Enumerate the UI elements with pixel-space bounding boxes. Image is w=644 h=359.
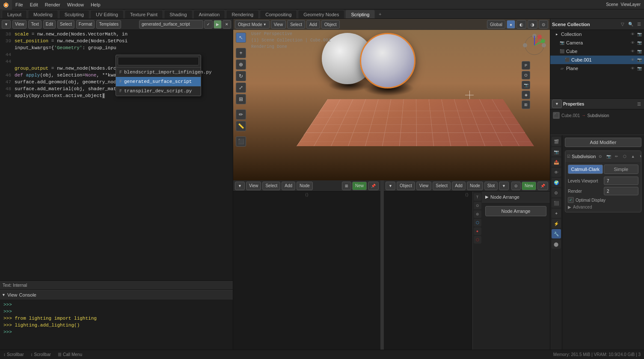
mod-cage-icon[interactable]: ⬡: [621, 153, 628, 160]
tree-item-plane[interactable]: ▱ Plane 👁 📷: [550, 64, 644, 73]
arrange-button[interactable]: Node Arrange: [485, 206, 546, 216]
expand-arrow-right[interactable]: ⟨⟩: [465, 192, 469, 197]
te-templates-btn[interactable]: Templates: [96, 20, 121, 29]
tool-icon-0[interactable]: T: [474, 193, 481, 201]
simple-tab[interactable]: Simple: [604, 165, 639, 174]
tool-select[interactable]: ↖: [236, 32, 246, 43]
tab-scripting[interactable]: Scripting: [345, 10, 375, 18]
node-select-btn-left[interactable]: Select: [262, 182, 280, 190]
add-workspace-tab[interactable]: +: [376, 10, 384, 18]
props-tab-world[interactable]: ⚙: [552, 188, 561, 197]
tool-cursor[interactable]: +: [236, 48, 246, 58]
vis-icon-cube[interactable]: 👁: [629, 48, 635, 54]
3d-scene[interactable]: User Perspective (1) Scene Collection | …: [233, 19, 550, 180]
file-dropdown-btn[interactable]: generated_surface_script: [139, 20, 203, 29]
props-tab-scene-props[interactable]: 🌍: [552, 178, 561, 187]
node-pin-btn-left[interactable]: 📌: [368, 182, 379, 190]
local-view-btn[interactable]: ⊞: [522, 100, 530, 109]
props-tab-material[interactable]: ⬤: [552, 239, 561, 249]
props-tab-scene[interactable]: 🎬: [552, 137, 561, 146]
dropdown-item-0[interactable]: F blendscript_import_infinigen.py: [116, 68, 201, 77]
props-tab-object[interactable]: ⬛: [552, 198, 561, 208]
node-add-new-btn-left[interactable]: New: [352, 182, 367, 190]
vp-object-btn[interactable]: Object: [321, 20, 340, 29]
render-icon-cube[interactable]: 📷: [636, 48, 642, 54]
node-shading-btn[interactable]: ⊙: [511, 182, 521, 190]
tab-modeling[interactable]: Modeling: [28, 10, 58, 18]
console-console-btn[interactable]: Console: [19, 292, 36, 297]
te-text-btn[interactable]: Text: [28, 20, 41, 29]
tool-move[interactable]: ⊕: [236, 59, 246, 70]
menu-window[interactable]: Window: [64, 0, 87, 9]
props-tab-particles[interactable]: ✦: [552, 209, 561, 218]
optimal-display-checkbox[interactable]: ✓: [568, 197, 574, 203]
node-select-btn-right[interactable]: Select: [433, 182, 451, 190]
advanced-section[interactable]: ▶ Advanced: [568, 205, 638, 209]
expand-arrow-left[interactable]: ⟨⟩: [305, 192, 309, 197]
node-expand-mode-btn[interactable]: ⊞: [342, 182, 351, 190]
vp-shading-solid[interactable]: ●: [507, 20, 515, 29]
tab-rendering[interactable]: Rendering: [226, 10, 259, 18]
tool-icon-2[interactable]: ⊛: [474, 210, 481, 218]
te-expand-btn[interactable]: ▼: [2, 20, 11, 29]
props-tab-view[interactable]: 👁: [552, 168, 561, 177]
vp-mode-btn[interactable]: Object Mode ▼: [235, 20, 270, 29]
te-close-btn[interactable]: ✕: [223, 20, 231, 29]
console-view-btn[interactable]: View: [7, 292, 18, 297]
render-icon-cube001[interactable]: 📷: [636, 57, 642, 63]
node-arrange-header[interactable]: ▶ Node Arrange: [482, 191, 550, 203]
tab-sculpting[interactable]: Sculpting: [59, 10, 89, 18]
tree-item-cube001[interactable]: ⬛ Cube.001 👁 📷: [550, 56, 644, 64]
gizmo-widget[interactable]: [522, 32, 547, 58]
node-view-btn-left[interactable]: View: [246, 182, 261, 190]
console-expand-btn[interactable]: ▼: [2, 293, 6, 297]
render-icon-camera[interactable]: 📷: [636, 40, 642, 46]
node-view-btn-right[interactable]: View: [416, 182, 432, 190]
modifier-block-header[interactable]: ☑ Subdivision ⊙ 📷 ✏ ⬡ ▲ ▼ ⊕ ✕: [565, 151, 641, 162]
menu-edit[interactable]: Edit: [27, 0, 42, 9]
mod-move-down-icon[interactable]: ▼: [638, 153, 641, 160]
tool-annotate[interactable]: ✏: [236, 109, 246, 120]
vp-add-btn[interactable]: Add: [306, 20, 320, 29]
dropdown-search-input[interactable]: [118, 57, 199, 65]
vp-shading-rendered[interactable]: ◑: [528, 20, 537, 29]
node-node-btn-left[interactable]: Node: [297, 182, 313, 190]
props-options-icon[interactable]: ☰: [635, 100, 642, 107]
render-icon-collection[interactable]: 📷: [636, 31, 642, 37]
node-slot-arrow[interactable]: ▼: [499, 182, 509, 190]
vp-view-btn[interactable]: View: [271, 20, 286, 29]
mod-render-icon[interactable]: 📷: [605, 153, 612, 160]
tab-texture-paint[interactable]: Texture Paint: [125, 10, 163, 18]
gizmo-ortho-toggle[interactable]: O: [522, 71, 530, 79]
menu-render[interactable]: Render: [42, 0, 64, 9]
tab-uv-editing[interactable]: UV Editing: [90, 10, 124, 18]
render-value[interactable]: 2: [604, 187, 638, 195]
mod-editmode-icon[interactable]: ✏: [613, 153, 620, 160]
code-editor-area[interactable]: 38 scale = nw.new_node(Nodes.VectorMath,…: [0, 30, 233, 280]
outliner-search-icon[interactable]: 🔍: [627, 21, 634, 28]
tab-layout[interactable]: Layout: [2, 10, 27, 18]
te-format-btn[interactable]: Format: [76, 20, 95, 29]
node-add-btn-right[interactable]: Add: [452, 182, 466, 190]
tool-scale[interactable]: ⤢: [236, 82, 246, 93]
vp-select-btn[interactable]: Select: [287, 20, 305, 29]
tool-rotate[interactable]: ↻: [236, 71, 246, 81]
node-object-btn[interactable]: Object: [397, 182, 415, 190]
vis-icon-collection[interactable]: 👁: [629, 31, 635, 37]
add-modifier-button[interactable]: Add Modifier: [565, 138, 641, 147]
outliner-options-icon[interactable]: ☰: [635, 21, 642, 28]
dropdown-item-1[interactable]: F generated_surface_script: [116, 77, 201, 86]
tool-icon-4[interactable]: ●: [474, 227, 481, 235]
vp-shading-material[interactable]: ◐: [516, 20, 526, 29]
node-slot-btn[interactable]: Slot: [484, 182, 498, 190]
vp-global-btn[interactable]: Global: [487, 20, 505, 29]
dropdown-item-2[interactable]: F transpiler_dev_script.py: [116, 86, 201, 96]
render-preview-btn[interactable]: ◈: [522, 91, 530, 99]
te-view-btn[interactable]: View: [12, 20, 27, 29]
camera-view-btn[interactable]: 📷: [522, 81, 530, 89]
gizmo-persp-toggle[interactable]: P: [522, 61, 530, 70]
te-check-btn[interactable]: ✓: [204, 20, 213, 29]
menu-file[interactable]: File: [12, 0, 27, 9]
tab-animation[interactable]: Animation: [193, 10, 226, 18]
mod-realtime-icon[interactable]: ⊙: [597, 153, 604, 160]
